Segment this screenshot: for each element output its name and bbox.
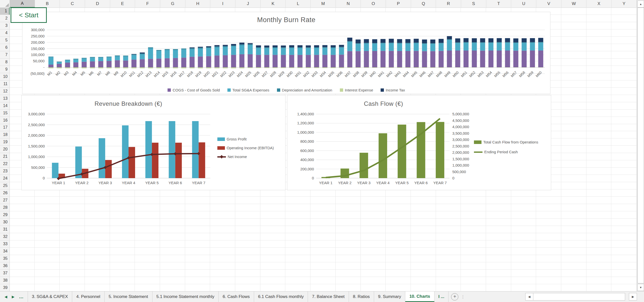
select-all-corner[interactable] — [0, 0, 10, 8]
row-header-36[interactable]: 36 — [0, 262, 10, 270]
tab-overflow-icon[interactable]: … — [19, 294, 24, 299]
chart-revenue-breakdown[interactable]: Revenue Breakdown (€) 3,000,0002,500,000… — [21, 95, 286, 190]
row-header-37[interactable]: 37 — [0, 270, 10, 277]
svg-text:M22: M22 — [219, 70, 227, 78]
column-header-E[interactable]: E — [110, 0, 135, 8]
sheet-tab-7-balance-sheet[interactable]: 7. Balance Sheet — [308, 291, 349, 302]
row-header-13[interactable]: 13 — [0, 95, 10, 102]
row-header-9[interactable]: 9 — [0, 66, 10, 73]
column-header-U[interactable]: U — [511, 0, 536, 8]
row-header-28[interactable]: 28 — [0, 204, 10, 211]
sheet-tab-10-charts[interactable]: 10. Charts — [405, 291, 434, 302]
tab-more-icon[interactable]: ⋮ — [461, 294, 465, 299]
row-header-15[interactable]: 15 — [0, 110, 10, 117]
column-header-Q[interactable]: Q — [411, 0, 436, 8]
row-header-6[interactable]: 6 — [0, 44, 10, 51]
column-header-L[interactable]: L — [286, 0, 311, 8]
row-header-39[interactable]: 39 — [0, 284, 10, 291]
row-header-12[interactable]: 12 — [0, 88, 10, 95]
column-header-Y[interactable]: Y — [612, 0, 637, 8]
row-header-19[interactable]: 19 — [0, 138, 10, 146]
row-header-27[interactable]: 27 — [0, 197, 10, 204]
row-header-3[interactable]: 3 — [0, 22, 10, 29]
column-header-H[interactable]: H — [185, 0, 211, 8]
sheet-tab-5-income-statement[interactable]: 5. Income Statement — [105, 291, 152, 302]
column-header-W[interactable]: W — [561, 0, 587, 8]
row-header-29[interactable]: 29 — [0, 211, 10, 219]
chart-monthly-burn-rate[interactable]: Monthly Burn Rate 300,000250,000200,0001… — [22, 12, 550, 94]
legend-label: Income Tax — [386, 88, 405, 92]
row-header-32[interactable]: 32 — [0, 233, 10, 240]
column-header-A[interactable]: A — [10, 0, 35, 8]
svg-text:M36: M36 — [336, 70, 343, 78]
row-header-33[interactable]: 33 — [0, 240, 10, 248]
column-header-D[interactable]: D — [85, 0, 110, 8]
column-header-O[interactable]: O — [361, 0, 386, 8]
row-header-21[interactable]: 21 — [0, 153, 10, 160]
column-header-B[interactable]: B — [35, 0, 60, 8]
scroll-up-button[interactable]: ▲ — [637, 1, 644, 8]
sheet-tab-6-1-cash-flows-monthly[interactable]: 6.1 Cash Flows monthly — [254, 291, 308, 302]
add-sheet-button[interactable]: + — [451, 293, 458, 300]
start-button[interactable]: < Start — [11, 7, 47, 23]
row-header-31[interactable]: 31 — [0, 226, 10, 233]
row-header-2[interactable]: 2 — [0, 15, 10, 22]
row-header-35[interactable]: 35 — [0, 255, 10, 262]
sheet-tab-5-1-income-statement-monthly[interactable]: 5.1 Income Statement monthly — [152, 291, 219, 302]
column-header-K[interactable]: K — [261, 0, 286, 8]
column-header-N[interactable]: N — [336, 0, 361, 8]
row-header-4[interactable]: 4 — [0, 29, 10, 37]
svg-text:M4: M4 — [71, 70, 78, 77]
column-header-S[interactable]: S — [461, 0, 486, 8]
svg-text:M23: M23 — [228, 70, 235, 78]
svg-text:800,000: 800,000 — [300, 139, 314, 143]
column-header-V[interactable]: V — [536, 0, 561, 8]
row-header-22[interactable]: 22 — [0, 160, 10, 168]
prev-sheet-icon[interactable]: ◀ — [5, 295, 7, 299]
row-header-25[interactable]: 25 — [0, 182, 10, 189]
vertical-scrollbar-thumb[interactable] — [637, 8, 644, 283]
sheet-tab-8-ratios[interactable]: 8. Ratios — [349, 291, 374, 302]
row-header-5[interactable]: 5 — [0, 37, 10, 44]
row-header-18[interactable]: 18 — [0, 131, 10, 138]
row-header-16[interactable]: 16 — [0, 117, 10, 124]
row-header-30[interactable]: 30 — [0, 219, 10, 226]
column-header-G[interactable]: G — [160, 0, 185, 8]
row-header-11[interactable]: 11 — [0, 80, 10, 88]
sheet-tab-6-cash-flows[interactable]: 6. Cash Flows — [219, 291, 254, 302]
horizontal-scrollbar-track[interactable] — [625, 293, 629, 300]
row-header-34[interactable]: 34 — [0, 248, 10, 255]
svg-text:500,000: 500,000 — [31, 165, 45, 170]
row-header-1[interactable]: 1 — [0, 8, 10, 15]
chart-cash-flow[interactable]: Cash Flow (€) 1,400,0001,200,0001,000,00… — [287, 95, 551, 190]
column-header-M[interactable]: M — [311, 0, 336, 8]
row-header-10[interactable]: 10 — [0, 73, 10, 80]
scroll-right-button[interactable]: ▶ — [629, 293, 637, 300]
column-header-F[interactable]: F — [135, 0, 160, 8]
row-header-8[interactable]: 8 — [0, 59, 10, 66]
legend-item: Depreciation and Amortization — [277, 88, 332, 92]
row-header-24[interactable]: 24 — [0, 175, 10, 182]
row-header-20[interactable]: 20 — [0, 146, 10, 153]
scroll-down-button[interactable]: ▼ — [637, 284, 644, 291]
sheet-tab-i-[interactable]: I ... — [434, 291, 449, 302]
row-header-38[interactable]: 38 — [0, 277, 10, 284]
column-header-P[interactable]: P — [386, 0, 411, 8]
scroll-left-button[interactable]: ◀ — [525, 293, 533, 300]
next-sheet-icon[interactable]: ▶ — [12, 295, 15, 299]
column-header-C[interactable]: C — [60, 0, 85, 8]
horizontal-scrollbar-thumb[interactable] — [533, 293, 625, 300]
row-header-17[interactable]: 17 — [0, 124, 10, 131]
row-header-7[interactable]: 7 — [0, 51, 10, 59]
sheet-tab-9-summary[interactable]: 9. Summary — [374, 291, 406, 302]
row-header-14[interactable]: 14 — [0, 102, 10, 110]
sheet-tab-4-personnel[interactable]: 4. Personnel — [72, 291, 104, 302]
row-header-23[interactable]: 23 — [0, 168, 10, 175]
row-header-26[interactable]: 26 — [0, 189, 10, 197]
column-header-R[interactable]: R — [436, 0, 461, 8]
column-header-J[interactable]: J — [235, 0, 261, 8]
column-header-T[interactable]: T — [486, 0, 511, 8]
sheet-tab-3-sg-a-capex[interactable]: 3. SG&A & CAPEX — [28, 291, 72, 302]
column-header-I[interactable]: I — [210, 0, 235, 8]
column-header-X[interactable]: X — [586, 0, 612, 8]
